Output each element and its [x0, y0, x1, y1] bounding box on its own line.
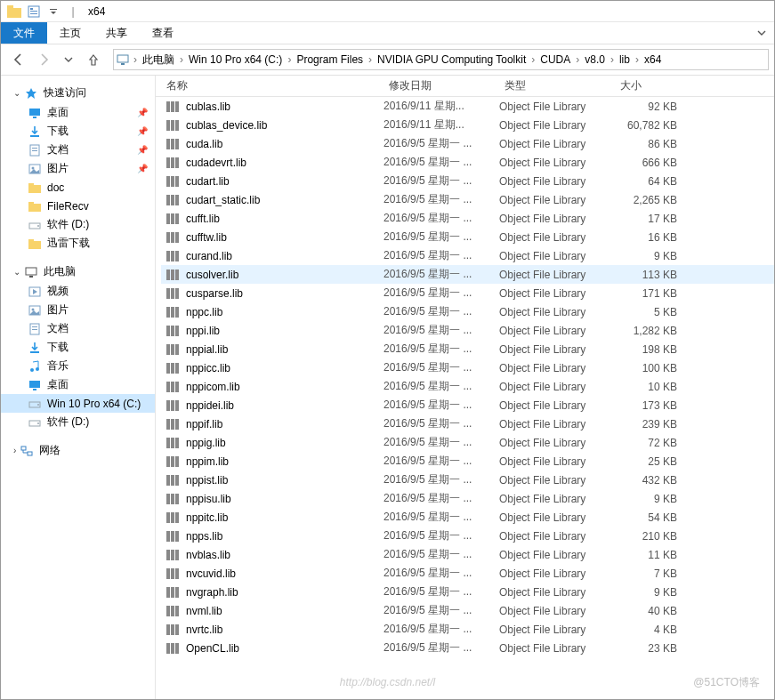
sidebar-item[interactable]: 图片📌 — [1, 159, 155, 178]
sidebar-item[interactable]: 下载 — [1, 338, 155, 357]
sidebar-item[interactable]: 迅雷下载 — [1, 234, 155, 253]
file-row[interactable]: nvblas.lib2016/9/5 星期一 ...Object File Li… — [161, 545, 774, 564]
sidebar-item[interactable]: 音乐 — [1, 357, 155, 375]
ribbon-tab-file[interactable]: 文件 — [1, 22, 47, 44]
file-row[interactable]: OpenCL.lib2016/9/5 星期一 ...Object File Li… — [161, 639, 774, 657]
svg-rect-110 — [166, 512, 170, 523]
file-row[interactable]: nvml.lib2016/9/5 星期一 ...Object File Libr… — [161, 601, 774, 620]
chevron-down-icon: ⌄ — [13, 267, 20, 277]
file-row[interactable]: curand.lib2016/9/5 星期一 ...Object File Li… — [161, 246, 774, 265]
file-row[interactable]: cuda.lib2016/9/5 星期一 ...Object File Libr… — [161, 134, 774, 153]
recent-dropdown[interactable] — [57, 48, 80, 71]
file-row[interactable]: nppist.lib2016/9/5 星期一 ...Object File Li… — [161, 471, 774, 489]
quick-access-group[interactable]: ⌄ 快速访问 — [1, 83, 155, 103]
forward-button[interactable] — [32, 48, 55, 71]
breadcrumb-segment[interactable]: Program Files — [293, 53, 367, 66]
breadcrumb-segment[interactable]: Win 10 Pro x64 (C:) — [185, 53, 286, 66]
svg-point-41 — [37, 422, 39, 424]
breadcrumb-segment[interactable]: NVIDIA GPU Computing Toolkit — [374, 53, 529, 66]
file-row[interactable]: nppc.lib2016/9/5 星期一 ...Object File Libr… — [161, 302, 774, 321]
file-row[interactable]: cufftw.lib2016/9/5 星期一 ...Object File Li… — [161, 228, 774, 246]
file-row[interactable]: nppisu.lib2016/9/5 星期一 ...Object File Li… — [161, 489, 774, 508]
ribbon-tab-home[interactable]: 主页 — [47, 22, 93, 44]
sidebar-item-label: FileRecv — [47, 200, 89, 213]
sidebar-item[interactable]: 桌面📌 — [1, 103, 155, 122]
file-name-cell: cufftw.lib — [161, 231, 383, 244]
chevron-right-icon[interactable]: › — [609, 53, 616, 66]
file-row[interactable]: cudart_static.lib2016/9/5 星期一 ...Object … — [161, 190, 774, 209]
column-date[interactable]: 修改日期 — [383, 78, 499, 93]
breadcrumb-segment[interactable]: v8.0 — [581, 53, 609, 66]
file-type-cell: Object File Library — [499, 362, 615, 374]
file-row[interactable]: nppif.lib2016/9/5 星期一 ...Object File Lib… — [161, 414, 774, 433]
sidebar-item[interactable]: 文档 — [1, 319, 155, 338]
sidebar-item[interactable]: 文档📌 — [1, 141, 155, 159]
sidebar-item[interactable]: 桌面 — [1, 375, 155, 394]
back-button[interactable] — [7, 48, 30, 71]
qat-dropdown-icon[interactable] — [45, 4, 61, 20]
file-row[interactable]: nppitc.lib2016/9/5 星期一 ...Object File Li… — [161, 508, 774, 527]
sidebar-item[interactable]: 视频 — [1, 282, 155, 301]
file-row[interactable]: cudadevrt.lib2016/9/5 星期一 ...Object File… — [161, 153, 774, 172]
file-row[interactable]: nppicc.lib2016/9/5 星期一 ...Object File Li… — [161, 358, 774, 377]
breadcrumb-segment[interactable]: x64 — [641, 53, 665, 66]
ribbon-tab-share[interactable]: 共享 — [93, 22, 140, 44]
lib-file-icon — [166, 418, 181, 430]
sidebar-item-label: 图片 — [47, 161, 69, 176]
sidebar-item[interactable]: 图片 — [1, 301, 155, 319]
breadcrumb-segment[interactable]: 此电脑 — [139, 53, 178, 66]
file-row[interactable]: nppidei.lib2016/9/5 星期一 ...Object File L… — [161, 396, 774, 414]
file-row[interactable]: npps.lib2016/9/5 星期一 ...Object File Libr… — [161, 527, 774, 545]
file-row[interactable]: cusparse.lib2016/9/5 星期一 ...Object File … — [161, 284, 774, 302]
file-row[interactable]: cufft.lib2016/9/5 星期一 ...Object File Lib… — [161, 209, 774, 228]
properties-icon[interactable] — [26, 4, 42, 20]
chevron-right-icon[interactable]: › — [367, 53, 374, 66]
chevron-right-icon[interactable]: › — [634, 53, 641, 66]
ribbon-tab-view[interactable]: 查看 — [140, 22, 186, 44]
file-row[interactable]: nppim.lib2016/9/5 星期一 ...Object File Lib… — [161, 452, 774, 471]
file-row[interactable]: nppial.lib2016/9/5 星期一 ...Object File Li… — [161, 340, 774, 358]
file-row[interactable]: nvgraph.lib2016/9/5 星期一 ...Object File L… — [161, 583, 774, 601]
file-type-cell: Object File Library — [499, 213, 615, 225]
column-headers[interactable]: 名称 修改日期 类型 大小 — [156, 76, 774, 97]
column-name[interactable]: 名称 — [161, 78, 383, 93]
sidebar-item[interactable]: 软件 (D:) — [1, 215, 155, 234]
file-row[interactable]: cublas_device.lib2016/9/11 星期...Object F… — [161, 116, 774, 134]
file-row[interactable]: nvcuvid.lib2016/9/5 星期一 ...Object File L… — [161, 564, 774, 583]
ribbon-expand-icon[interactable] — [749, 22, 774, 44]
up-button[interactable] — [82, 48, 105, 71]
file-row[interactable]: nppig.lib2016/9/5 星期一 ...Object File Lib… — [161, 433, 774, 452]
svg-rect-109 — [175, 494, 179, 504]
sidebar-item[interactable]: doc — [1, 178, 155, 197]
network-icon — [20, 444, 34, 458]
file-row[interactable]: cusolver.lib2016/9/5 星期一 ...Object File … — [161, 265, 774, 284]
sidebar-item[interactable]: 下载📌 — [1, 122, 155, 141]
file-row[interactable]: nppi.lib2016/9/5 星期一 ...Object File Libr… — [161, 321, 774, 340]
file-row[interactable]: nppicom.lib2016/9/5 星期一 ...Object File L… — [161, 377, 774, 396]
picture-icon — [28, 303, 42, 318]
file-name-cell: cudadevrt.lib — [161, 157, 383, 169]
file-type-cell: Object File Library — [499, 269, 615, 281]
column-size[interactable]: 大小 — [615, 78, 686, 93]
svg-rect-115 — [175, 531, 179, 542]
sidebar-item[interactable]: 软件 (D:) — [1, 413, 155, 431]
this-pc-group[interactable]: ⌄ 此电脑 — [1, 261, 155, 282]
breadcrumb-segment[interactable]: lib — [616, 53, 634, 66]
file-row[interactable]: cudart.lib2016/9/5 星期一 ...Object File Li… — [161, 172, 774, 190]
breadcrumb-segment[interactable]: CUDA — [537, 53, 574, 66]
pin-icon: 📌 — [137, 108, 148, 117]
sidebar-item[interactable]: FileRecv — [1, 197, 155, 215]
file-type-cell: Object File Library — [499, 287, 615, 300]
chevron-right-icon[interactable]: › — [178, 53, 185, 66]
sidebar-item[interactable]: Win 10 Pro x64 (C:) — [1, 394, 155, 413]
file-row[interactable]: cublas.lib2016/9/11 星期...Object File Lib… — [161, 97, 774, 116]
file-row[interactable]: nvrtc.lib2016/9/5 星期一 ...Object File Lib… — [161, 620, 774, 639]
chevron-right-icon[interactable]: › — [132, 53, 139, 66]
column-type[interactable]: 类型 — [499, 78, 615, 93]
folder-icon — [28, 199, 42, 213]
file-size-cell: 54 KB — [615, 511, 686, 524]
network-group[interactable]: › 网络 — [1, 440, 155, 461]
file-list[interactable]: cublas.lib2016/9/11 星期...Object File Lib… — [156, 97, 774, 699]
svg-rect-112 — [175, 512, 179, 523]
breadcrumb[interactable]: › 此电脑›Win 10 Pro x64 (C:)›Program Files›… — [113, 49, 769, 70]
